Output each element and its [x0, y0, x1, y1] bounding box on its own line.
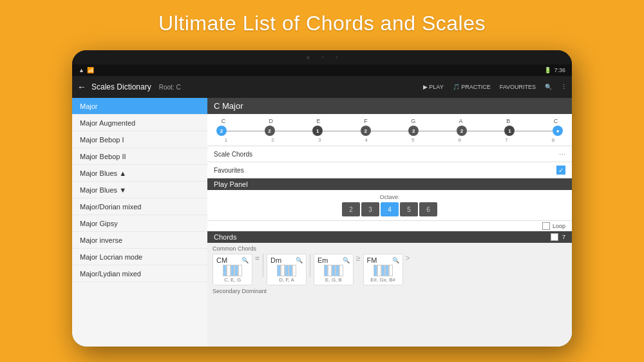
scale-chords-dots: ··· [559, 149, 565, 158]
scale-item-major-augmented[interactable]: Major Augmented [72, 115, 207, 131]
note-E: E [308, 118, 328, 124]
chords-header-right: 7 [551, 233, 565, 241]
octave-5[interactable]: 5 [400, 202, 418, 216]
scale-chords-row[interactable]: Scale Chords ··· [207, 146, 572, 162]
chord-card-em-top: Em 🔍 [317, 256, 350, 264]
scale-notes-row: C D E F G A B C [214, 118, 565, 124]
note-B: B [498, 118, 518, 124]
num-4: 4 [357, 137, 376, 143]
play-panel-content: Octave: 2 3 4 5 6 [207, 190, 572, 221]
note-C2: C [546, 118, 565, 124]
status-signal: 📶 [87, 67, 94, 73]
piano-em [324, 265, 343, 276]
chord-card-cm-top: CM 🔍 [216, 256, 249, 264]
favourites-label: Favourites [214, 167, 556, 174]
scale-item-major-bebop1[interactable]: Major Bebop I [72, 131, 207, 148]
chord-card-fm[interactable]: FM 🔍 E#, Gx, B# [363, 254, 403, 285]
ek5 [339, 265, 343, 276]
chord-search-em[interactable]: 🔍 [343, 257, 350, 263]
scale-item-major-lydian[interactable]: Major/Lydian mixed [72, 265, 207, 282]
loop-checkbox[interactable] [542, 222, 550, 230]
back-button[interactable]: ← [77, 82, 86, 92]
practice-action[interactable]: 🎵 PRACTICE [453, 84, 491, 90]
chord-notes-cm: C, E, G [224, 277, 241, 283]
octave-2[interactable]: 2 [342, 202, 360, 216]
num-8: 8 [544, 137, 563, 143]
chord-equal-1: = [255, 254, 260, 285]
connector-7 [515, 131, 553, 131]
note-numbers: 1 2 3 4 5 6 7 8 [214, 137, 565, 143]
octave-3[interactable]: 3 [361, 202, 379, 216]
loop-row: Loop [207, 221, 572, 231]
app-bar-root: Root: C [159, 84, 181, 91]
chords-content: Common Chords CM 🔍 [207, 243, 572, 347]
camera-dot [307, 56, 310, 59]
chords-header: Chords 7 [207, 231, 572, 243]
scale-item-major-bebop2[interactable]: Major Bebop II [72, 148, 207, 165]
chord-name-dm: Dm [270, 256, 281, 264]
chord-search-fm[interactable]: 🔍 [392, 257, 399, 263]
main-content: Major Major Augmented Major Bebop I Majo… [72, 98, 572, 347]
scale-item-major[interactable]: Major [72, 98, 207, 115]
octave-6[interactable]: 6 [419, 202, 437, 216]
status-time: 7:36 [554, 67, 565, 73]
fk5 [389, 265, 393, 276]
chord-name-em: Em [317, 256, 328, 264]
favourites-action[interactable]: FAVOURITES [500, 84, 536, 90]
chord-card-em[interactable]: Em 🔍 E, G, B [314, 254, 354, 285]
dot-2: 2 [265, 126, 275, 136]
note-G: G [404, 118, 423, 124]
chord-arrow-2: > [406, 254, 410, 285]
scale-chords-label: Scale Chords [214, 151, 559, 158]
chord-card-fm-top: FM 🔍 [367, 256, 399, 264]
speaker-dot [321, 56, 324, 59]
common-chords-label: Common Chords [213, 245, 567, 252]
scale-item-major-inverse[interactable]: Major inverse [72, 232, 207, 249]
search-action[interactable]: 🔍 [545, 84, 552, 90]
scale-item-major-gipsy[interactable]: Major Gipsy [72, 215, 207, 232]
dot-5: 2 [408, 126, 419, 136]
status-left: ▲ 📶 [79, 67, 94, 73]
loop-label: Loop [553, 223, 565, 229]
chord-card-dm-top: Dm 🔍 [270, 256, 303, 264]
scale-item-major-locrian[interactable]: Major Locrian mode [72, 249, 207, 265]
num-1: 1 [216, 137, 236, 143]
chord-div-2 [310, 254, 310, 277]
chord-card-dm[interactable]: Dm 🔍 D, F, A [267, 254, 307, 285]
chord-notes-fm: E#, Gx, B# [370, 277, 395, 283]
note-F: F [356, 118, 375, 124]
diagram-line: 2 2 1 2 2 2 1 ● [214, 126, 565, 136]
connector-4 [371, 131, 409, 131]
play-action[interactable]: ▶ PLAY [423, 84, 444, 90]
scale-item-major-dorian[interactable]: Major/Dorian mixed [72, 198, 207, 215]
play-panel-header: Play Panel [207, 178, 572, 190]
chord-search-cm[interactable]: 🔍 [242, 257, 249, 263]
scale-item-major-blues-up[interactable]: Major Blues ▲ [72, 165, 207, 182]
connector-2 [275, 131, 313, 131]
num-5: 5 [403, 137, 422, 143]
dot-3: 1 [312, 126, 323, 136]
more-action[interactable]: ⋮ [561, 84, 567, 90]
favourites-row[interactable]: Favourites ✓ [207, 162, 572, 178]
right-panel: C Major C D E F G A B C 2 2 [207, 98, 572, 347]
page-headline: Ultimate List of Chords and Scales [0, 12, 644, 35]
connector-3 [323, 131, 361, 131]
chord-search-dm[interactable]: 🔍 [296, 257, 303, 263]
dot-7: 1 [504, 126, 515, 136]
scales-list: Major Major Augmented Major Bebop I Majo… [72, 98, 207, 347]
secondary-dominant-label: Secondary Dominant [213, 288, 567, 294]
scale-item-major-blues-down[interactable]: Major Blues ▼ [72, 182, 207, 198]
favourites-checkbox[interactable]: ✓ [556, 166, 565, 175]
scale-diagram: C D E F G A B C 2 2 1 2 [207, 114, 572, 146]
chords-count: 7 [562, 234, 565, 240]
piano-dm [277, 265, 296, 276]
chords-checkbox[interactable] [551, 233, 558, 241]
num-7: 7 [497, 137, 516, 143]
dot-1: 2 [216, 126, 227, 136]
connector-1 [227, 131, 265, 131]
status-battery: 🔋 [544, 67, 551, 73]
app-bar: ← Scales Dictionary Root: C ▶ PLAY 🎵 PRA… [72, 76, 572, 98]
octave-4[interactable]: 4 [381, 202, 399, 216]
chord-name-fm: FM [367, 256, 377, 264]
chord-card-cm[interactable]: CM 🔍 C, E, G [213, 254, 252, 285]
